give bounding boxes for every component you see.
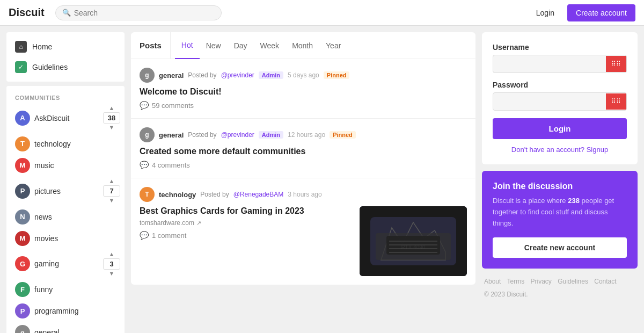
username-input[interactable]	[493, 55, 606, 73]
sidebar-item-funny[interactable]: F funny	[6, 279, 125, 300]
tab-year[interactable]: Year	[319, 33, 347, 59]
username-input-icon[interactable]: ⠿⠿	[606, 56, 626, 72]
post3-time: 3 hours ago	[288, 191, 321, 198]
join-text-before: Discuit is a place where	[493, 197, 568, 205]
tab-week[interactable]: Week	[254, 33, 286, 59]
footer-link-terms[interactable]: Terms	[507, 278, 524, 285]
right-sidebar: Username ⠿⠿ Password ⠿⠿ Login Don't have…	[482, 32, 638, 333]
downvote-pictures[interactable]: ▼	[109, 197, 115, 205]
login-submit-button[interactable]: Login	[493, 118, 627, 139]
post2-comments[interactable]: 💬 4 comments	[140, 161, 467, 169]
community-programming-name: programming	[34, 307, 78, 315]
username-input-row: ⠿⠿	[493, 55, 627, 73]
posts-panel: Posts Hot New Day Week Month Year g gene…	[131, 32, 475, 285]
post3-community-avatar: T	[140, 187, 155, 202]
funny-icon: F	[15, 282, 30, 297]
footer-link-privacy[interactable]: Privacy	[531, 278, 552, 285]
vote-box-gaming: ▲ 3 ▼	[99, 249, 125, 279]
post2-title[interactable]: Created some more default communities	[140, 147, 467, 156]
tab-day[interactable]: Day	[228, 33, 254, 59]
post3-community[interactable]: technology	[159, 191, 196, 199]
main-content: Posts Hot New Day Week Month Year g gene…	[131, 32, 475, 333]
tab-hot[interactable]: Hot	[175, 32, 200, 59]
sidebar-item-general[interactable]: g general	[6, 322, 125, 333]
community-gaming-name: gaming	[34, 259, 59, 268]
password-input-icon[interactable]: ⠿⠿	[606, 93, 626, 110]
sidebar-item-movies[interactable]: M movies	[6, 228, 125, 249]
post1-author[interactable]: @previnder	[221, 71, 254, 79]
external-link-icon: ↗	[196, 220, 201, 227]
community-movies-name: movies	[34, 234, 58, 243]
post1-title[interactable]: Welcome to Discuit!	[140, 87, 467, 97]
post-card-3: T technology Posted by @RenegadeBAM 3 ho…	[131, 178, 475, 285]
sidebar-item-music[interactable]: M music	[6, 155, 125, 176]
join-title: Join the discussion	[493, 182, 627, 191]
post3-image: RTX 4090	[360, 206, 467, 276]
post3-content-row: Best Graphics Cards for Gaming in 2023 t…	[140, 206, 467, 276]
upvote-pictures[interactable]: ▲	[109, 177, 115, 185]
post-card-1: g general Posted by @previnder Admin 5 d…	[131, 59, 475, 119]
login-button[interactable]: Login	[530, 5, 561, 20]
footer-link-about[interactable]: About	[484, 278, 501, 285]
sidebar-item-pictures[interactable]: P pictures	[6, 182, 99, 201]
password-input-row: ⠿⠿	[493, 92, 627, 111]
post1-community-avatar: g	[140, 68, 155, 83]
comment-icon-3: 💬	[140, 231, 149, 240]
post3-text-area: Best Graphics Cards for Gaming in 2023 t…	[140, 206, 351, 240]
layout: ⌂ Home ✓ Guidelines COMMUNITIES A AskDis…	[0, 26, 644, 333]
sidebar-item-news[interactable]: N news	[6, 206, 125, 228]
tab-month[interactable]: Month	[286, 33, 319, 59]
post1-comments[interactable]: 💬 59 comments	[140, 101, 467, 110]
upvote-askdiscuit[interactable]: ▲	[109, 104, 115, 112]
community-funny-name: funny	[34, 285, 53, 294]
post2-author[interactable]: @previnder	[221, 131, 254, 139]
post1-community[interactable]: general	[159, 71, 184, 79]
sidebar-item-programming[interactable]: P programming	[6, 300, 125, 322]
upvote-gaming[interactable]: ▲	[109, 250, 115, 258]
post1-time: 5 days ago	[288, 71, 319, 79]
pictures-icon: P	[15, 184, 30, 199]
join-count: 238	[568, 197, 580, 205]
post3-title[interactable]: Best Graphics Cards for Gaming in 2023	[140, 206, 351, 216]
community-music-name: music	[34, 161, 54, 170]
post3-author[interactable]: @RenegadeBAM	[233, 191, 284, 198]
password-input[interactable]	[493, 93, 606, 110]
logo: Discuit	[9, 6, 45, 19]
sidebar-item-home[interactable]: ⌂ Home	[6, 37, 125, 57]
post1-pinned: Pinned	[324, 71, 350, 79]
sidebar-item-askdiscuit[interactable]: A AskDiscuit	[6, 108, 99, 128]
create-new-account-button[interactable]: Create new account	[493, 237, 627, 258]
community-general-name: general	[34, 328, 60, 333]
search-input[interactable]	[74, 9, 215, 17]
programming-icon: P	[15, 303, 30, 318]
post-meta-3: T technology Posted by @RenegadeBAM 3 ho…	[140, 187, 467, 202]
community-news-name: news	[34, 213, 52, 221]
sidebar-item-guidelines[interactable]: ✓ Guidelines	[6, 57, 125, 77]
post1-badge: Admin	[259, 71, 283, 79]
post3-link[interactable]: tomshardware.com ↗	[140, 219, 351, 227]
general-icon: g	[15, 325, 30, 333]
tab-new[interactable]: New	[200, 33, 228, 59]
community-row-gaming: G gaming ▲ 3 ▼	[6, 249, 125, 279]
community-row-askdiscuit: A AskDiscuit ▲ 38 ▼	[6, 103, 125, 133]
downvote-askdiscuit[interactable]: ▼	[109, 124, 115, 132]
signup-link[interactable]: Don't have an account? Signup	[493, 146, 627, 154]
guidelines-icon: ✓	[15, 61, 27, 73]
sidebar-item-technology[interactable]: T technology	[6, 133, 125, 155]
sidebar-item-home-label: Home	[32, 42, 52, 51]
community-row-pictures: P pictures ▲ 7 ▼	[6, 176, 125, 206]
community-pictures-name: pictures	[34, 187, 61, 196]
post2-comments-label: 4 comments	[152, 161, 190, 169]
join-box: Join the discussion Discuit is a place w…	[482, 171, 638, 269]
post3-comments[interactable]: 💬 1 comment	[140, 231, 351, 240]
create-account-header-button[interactable]: Create account	[567, 4, 635, 21]
post2-community[interactable]: general	[159, 131, 184, 139]
downvote-gaming[interactable]: ▼	[109, 270, 115, 278]
sidebar-item-gaming[interactable]: G gaming	[6, 254, 99, 273]
footer-link-guidelines[interactable]: Guidelines	[558, 278, 588, 285]
post1-posted-by: Posted by	[188, 71, 216, 79]
footer-link-contact[interactable]: Contact	[594, 278, 616, 285]
post1-comments-label: 59 comments	[152, 102, 194, 110]
sidebar-item-guidelines-label: Guidelines	[32, 63, 68, 71]
sidebar-nav: ⌂ Home ✓ Guidelines	[6, 32, 125, 82]
